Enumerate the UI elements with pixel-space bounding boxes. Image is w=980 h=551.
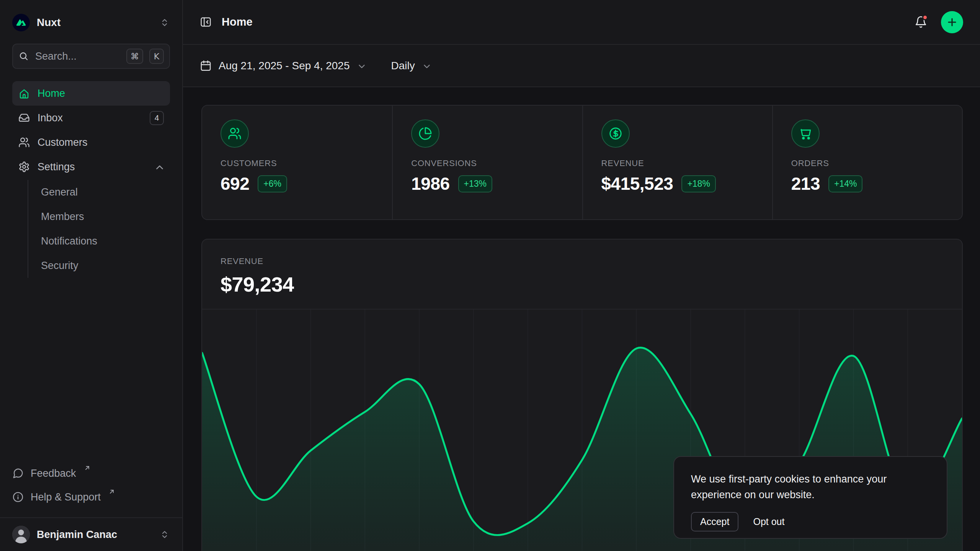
team-name: Nuxt	[37, 16, 60, 29]
external-arrow-icon	[84, 465, 91, 471]
inbox-count-badge: 4	[150, 111, 164, 125]
page-header: Home	[183, 0, 980, 45]
user-menu[interactable]: Benjamin Canac	[0, 517, 182, 551]
revenue-card-label: REVENUE	[220, 256, 944, 266]
search-input[interactable]: Search... ⌘ K	[12, 44, 170, 69]
kbd-cmd: ⌘	[126, 49, 143, 64]
sidebar-subitem-general[interactable]: General	[28, 180, 170, 204]
message-bubble-icon	[12, 468, 24, 479]
users-icon	[18, 137, 30, 148]
info-circle-icon	[12, 491, 24, 503]
sidebar-item-label: Customers	[38, 137, 88, 148]
sidebar-item-label: Home	[38, 88, 65, 99]
sidebar-item-inbox[interactable]: Inbox4	[12, 106, 170, 130]
sidebar-item-label: Settings	[38, 161, 75, 173]
stat-value: $415,523	[601, 173, 673, 194]
user-avatar	[12, 526, 30, 543]
stat-card-orders[interactable]: ORDERS213+14%	[772, 106, 962, 219]
app-window: Nuxt Search... ⌘ K HomeInbox4CustomersSe…	[0, 0, 980, 551]
sidebar-nav: HomeInbox4CustomersSettingsGeneralMember…	[12, 81, 170, 278]
stat-value: 213	[791, 173, 820, 194]
dollar-circle-icon	[601, 119, 630, 148]
cookie-message: We use first-party cookies to enhance yo…	[691, 471, 930, 503]
sidebar-collapse-icon[interactable]	[200, 16, 212, 28]
revenue-card-header: REVENUE $79,234	[202, 240, 962, 309]
sidebar-subitem-members[interactable]: Members	[28, 204, 170, 229]
notifications-button[interactable]	[915, 16, 927, 28]
chevron-up-icon	[154, 162, 164, 172]
sidebar-subitem-notifications[interactable]: Notifications	[28, 229, 170, 253]
stat-delta-badge: +18%	[681, 175, 715, 192]
users-icon	[220, 119, 249, 148]
header-actions	[915, 11, 963, 33]
chevron-down-icon	[357, 61, 367, 71]
gear-icon	[18, 161, 30, 173]
footer-link-help-support[interactable]: Help & Support	[12, 485, 170, 509]
calendar-icon	[200, 60, 212, 72]
nuxt-logo-icon	[12, 14, 30, 31]
sidebar-footer: FeedbackHelp & Support Benjamin Canac	[0, 461, 182, 551]
sidebar-subitem-security[interactable]: Security	[28, 253, 170, 278]
chevron-up-down-icon	[159, 529, 170, 540]
cookie-optout-button[interactable]: Opt out	[753, 516, 784, 527]
stat-delta-badge: +13%	[458, 175, 492, 192]
stat-value: 1986	[411, 173, 449, 194]
main-area: Home Aug 21, 2025 - Sep 4, 2025	[183, 0, 980, 551]
cart-icon	[791, 119, 820, 148]
page-title: Home	[222, 16, 253, 28]
footer-link-label: Feedback	[31, 468, 76, 479]
cookie-accept-button[interactable]: Accept	[691, 512, 738, 531]
chevron-down-icon	[422, 61, 432, 71]
date-range-picker[interactable]: Aug 21, 2025 - Sep 4, 2025	[200, 60, 367, 72]
footer-link-label: Help & Support	[31, 491, 101, 503]
notification-dot	[922, 15, 928, 20]
sidebar: Nuxt Search... ⌘ K HomeInbox4CustomersSe…	[0, 0, 183, 551]
stat-card-customers[interactable]: CUSTOMERS692+6%	[202, 106, 392, 219]
external-arrow-icon	[108, 488, 115, 495]
stat-label: CUSTOMERS	[220, 158, 374, 168]
period-label: Daily	[391, 60, 415, 72]
search-icon	[18, 51, 29, 62]
stat-card-conversions[interactable]: CONVERSIONS1986+13%	[392, 106, 582, 219]
pie-chart-icon	[411, 119, 439, 148]
stat-label: ORDERS	[791, 158, 944, 168]
stat-label: CONVERSIONS	[411, 158, 564, 168]
team-switcher[interactable]: Nuxt	[8, 10, 175, 35]
stat-value: 692	[220, 173, 249, 194]
filter-toolbar: Aug 21, 2025 - Sep 4, 2025 Daily	[183, 45, 980, 87]
cookie-actions: Accept Opt out	[691, 512, 930, 531]
sidebar-item-settings[interactable]: Settings	[12, 155, 170, 179]
cookie-banner: We use first-party cookies to enhance yo…	[673, 456, 947, 539]
revenue-card-value: $79,234	[220, 272, 944, 296]
period-select[interactable]: Daily	[391, 60, 432, 72]
stat-label: REVENUE	[601, 158, 754, 168]
add-button[interactable]	[941, 11, 963, 33]
stat-delta-badge: +6%	[258, 175, 287, 192]
sidebar-item-label: Inbox	[38, 112, 63, 124]
inbox-icon	[18, 112, 30, 124]
footer-links: FeedbackHelp & Support	[12, 461, 170, 509]
search-placeholder: Search...	[35, 51, 120, 62]
user-name: Benjamin Canac	[37, 529, 117, 541]
chevron-up-down-icon	[159, 17, 170, 28]
stats-panel: CUSTOMERS692+6%CONVERSIONS1986+13%REVENU…	[201, 105, 963, 220]
date-range-label: Aug 21, 2025 - Sep 4, 2025	[219, 60, 350, 72]
plus-icon	[947, 17, 957, 28]
home-icon	[18, 88, 30, 99]
kbd-k: K	[149, 49, 164, 64]
footer-link-feedback[interactable]: Feedback	[12, 461, 170, 485]
sidebar-item-customers[interactable]: Customers	[12, 130, 170, 155]
stat-card-revenue[interactable]: REVENUE$415,523+18%	[582, 106, 772, 219]
stat-delta-badge: +14%	[828, 175, 862, 192]
sidebar-item-home[interactable]: Home	[12, 81, 170, 106]
settings-children: GeneralMembersNotificationsSecurity	[28, 180, 170, 278]
